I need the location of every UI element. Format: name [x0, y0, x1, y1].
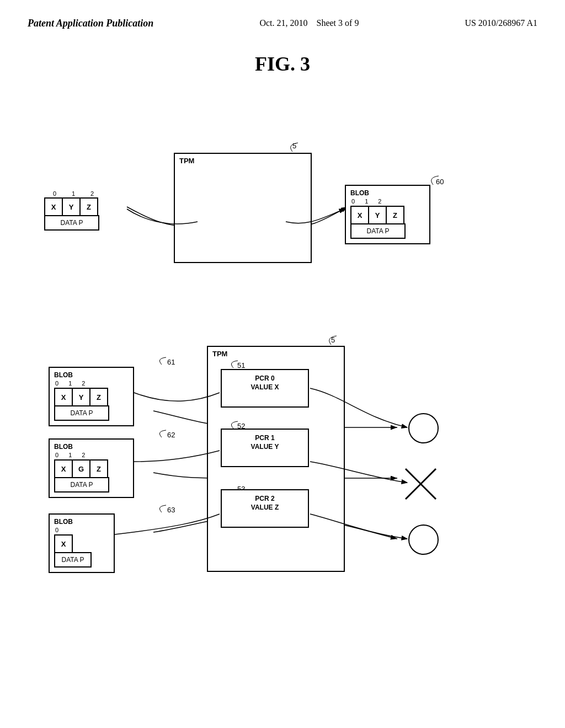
tpm-box-top: TPM — [174, 153, 312, 263]
blob-top-data-bar: DATA P — [350, 223, 406, 239]
blob62-box: BLOB 0 1 2 X G Z DATA P — [49, 438, 134, 498]
left-blob-top: 0 1 2 X Y Z DATA P — [44, 190, 102, 231]
page-header: Patent Application Publication Oct. 21, … — [0, 0, 565, 36]
blob62-ref-curve — [145, 430, 173, 438]
publication-type: Patent Application Publication — [28, 17, 153, 30]
tpm-ref-curve-bottom — [309, 335, 342, 346]
blob63-box: BLOB 0 X DATA P — [49, 513, 115, 573]
result-cross — [403, 466, 439, 502]
figure-title: FIG. 3 — [0, 52, 565, 76]
blob62-cell-z: Z — [89, 459, 108, 478]
blob63-data-bar: DATA P — [54, 552, 92, 568]
blob61-cell-y: Y — [72, 388, 90, 406]
pcr0-ref-curve — [217, 360, 244, 369]
data-bar-top-left: DATA P — [44, 215, 99, 231]
blob61-box: BLOB 0 1 2 X Y Z DATA P — [49, 367, 134, 426]
blob61-ref-curve — [145, 357, 173, 366]
patent-number: US 2010/268967 A1 — [465, 17, 537, 30]
diagram-area: 5 TPM 0 1 2 X Y Z DATA P 60 BLOB 0 — [0, 87, 565, 721]
header-center-info: Oct. 21, 2010 Sheet 3 of 9 — [259, 17, 359, 30]
blob-ref-curve-top — [417, 175, 444, 186]
blob62-data-bar: DATA P — [54, 477, 109, 493]
pcr0-box: PCR 0 VALUE X — [221, 369, 309, 408]
cell-top-left-y: Y — [62, 197, 81, 216]
blob63-ref-curve — [145, 505, 173, 513]
result-circle-1 — [408, 413, 439, 443]
blob-top-cell-y: Y — [368, 206, 387, 224]
blob-top-cell-z: Z — [386, 206, 404, 224]
blob61-cell-x: X — [54, 388, 73, 406]
blob63-cell-x: X — [54, 534, 73, 553]
blob-box-top: BLOB 0 1 2 X Y Z DATA P — [345, 185, 430, 244]
tpm-ref-curve — [270, 142, 303, 153]
cell-top-left-z: Z — [79, 197, 98, 216]
pcr1-box: PCR 1 VALUE Y — [221, 429, 309, 467]
result-circle-3 — [408, 524, 439, 555]
pcr2-box: PCR 2 VALUE Z — [221, 489, 309, 528]
blob61-data-bar: DATA P — [54, 405, 109, 421]
cell-top-left-x: X — [44, 197, 63, 216]
blob62-cell-x: X — [54, 459, 73, 478]
blob62-cell-g: G — [72, 459, 90, 478]
blob-top-cell-x: X — [350, 206, 369, 224]
blob61-cell-z: Z — [89, 388, 108, 406]
